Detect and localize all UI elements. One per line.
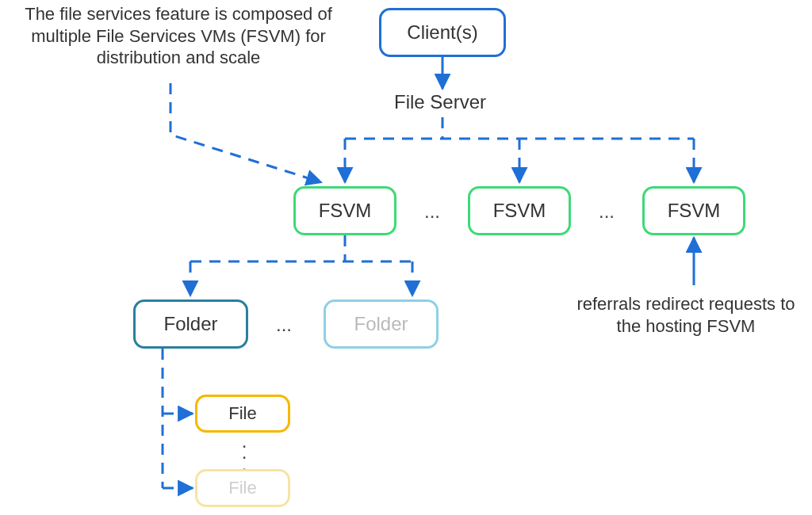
fsvm-label: FSVM bbox=[493, 200, 546, 222]
folder-node-2: Folder bbox=[324, 299, 439, 349]
note-left: The file services feature is composed of… bbox=[8, 3, 349, 69]
fsvm-label: FSVM bbox=[319, 200, 372, 222]
note-right: referrals redirect requests to the hosti… bbox=[563, 293, 809, 337]
ellipsis-folder: ... bbox=[276, 314, 292, 336]
ellipsis-fsvm-1: ... bbox=[424, 200, 440, 223]
fsvm-node-1: FSVM bbox=[293, 186, 396, 235]
clients-node: Client(s) bbox=[379, 8, 506, 57]
fsvm-label: FSVM bbox=[668, 200, 721, 222]
file-node-1: File bbox=[195, 395, 290, 433]
ellipsis-fsvm-2: ... bbox=[599, 200, 615, 223]
folder-node-1: Folder bbox=[133, 299, 248, 349]
file-server-label: File Server bbox=[394, 91, 486, 113]
folder-label-faded: Folder bbox=[354, 313, 408, 335]
clients-label: Client(s) bbox=[407, 21, 477, 44]
fsvm-node-2: FSVM bbox=[468, 186, 571, 235]
file-node-2: File bbox=[195, 469, 290, 507]
file-label: File bbox=[228, 403, 256, 424]
folder-label: Folder bbox=[163, 313, 217, 335]
fsvm-node-3: FSVM bbox=[642, 186, 745, 235]
file-label-faded: File bbox=[228, 478, 256, 498]
